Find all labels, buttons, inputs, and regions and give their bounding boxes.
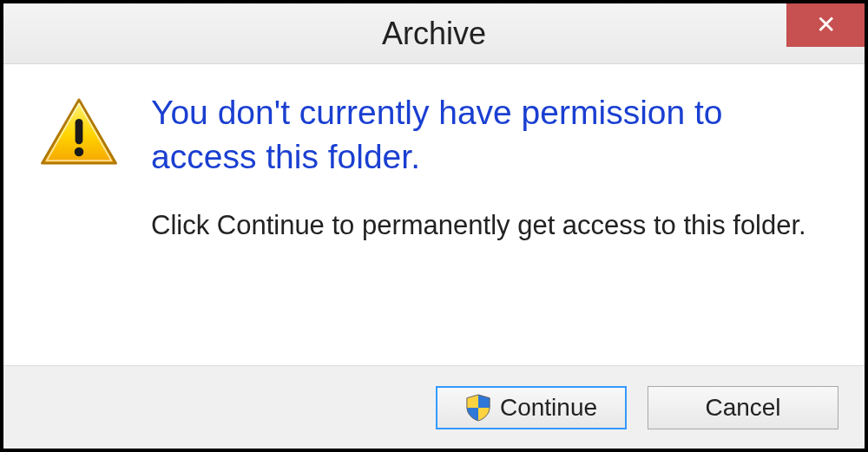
dialog-heading: You don't currently have permission to a… bbox=[151, 90, 812, 180]
close-icon: ✕ bbox=[816, 13, 836, 37]
svg-rect-0 bbox=[76, 119, 83, 144]
dialog-content: You don't currently have permission to a… bbox=[3, 64, 865, 365]
dialog-body: Click Continue to permanently get access… bbox=[151, 207, 812, 244]
continue-button[interactable]: Continue bbox=[436, 386, 627, 429]
dialog-title: Archive bbox=[382, 16, 486, 52]
button-row: Continue Cancel bbox=[3, 365, 865, 449]
titlebar: Archive ✕ bbox=[3, 3, 865, 64]
cancel-button-label: Cancel bbox=[705, 394, 780, 422]
svg-point-1 bbox=[75, 147, 84, 157]
cancel-button[interactable]: Cancel bbox=[648, 386, 838, 429]
dialog-text: You don't currently have permission to a… bbox=[151, 90, 830, 244]
shield-icon bbox=[465, 394, 491, 422]
warning-icon bbox=[38, 97, 120, 172]
close-button[interactable]: ✕ bbox=[786, 3, 865, 47]
permission-dialog: Archive ✕ You don't current bbox=[0, 0, 868, 452]
continue-button-label: Continue bbox=[500, 394, 597, 422]
